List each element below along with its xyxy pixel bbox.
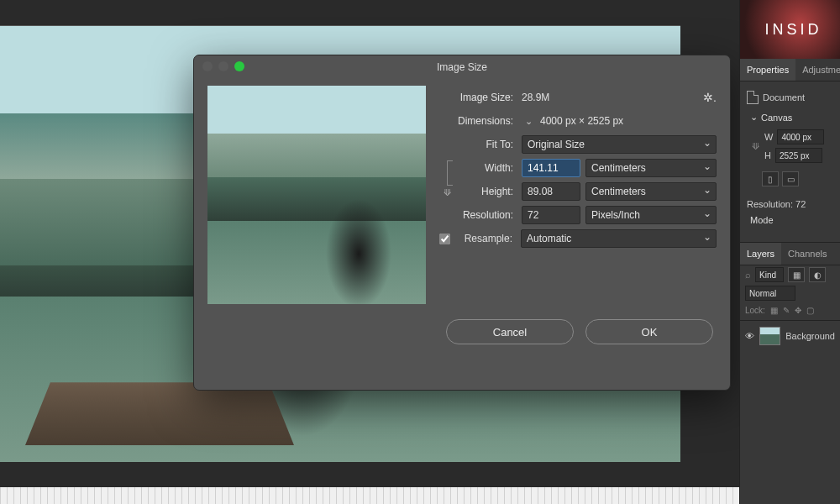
gear-icon[interactable]: ✲. bbox=[703, 91, 717, 104]
height-input[interactable] bbox=[522, 182, 580, 201]
close-icon[interactable] bbox=[202, 61, 213, 71]
photo-dock-region bbox=[25, 382, 294, 445]
filter-adjust-icon[interactable]: ◐ bbox=[809, 267, 826, 282]
document-icon bbox=[747, 91, 759, 104]
lock-brush-icon[interactable]: ✎ bbox=[783, 306, 790, 315]
right-panels: INSID Properties Adjustment Document ⌄ C… bbox=[739, 0, 840, 504]
brand-text: INSID bbox=[764, 21, 822, 39]
resample-label: Resample: bbox=[455, 233, 516, 244]
height-label: Height: bbox=[454, 186, 517, 197]
tab-layers[interactable]: Layers bbox=[740, 243, 781, 265]
resolution-label: Resolution: bbox=[439, 209, 517, 221]
tab-channels[interactable]: Channels bbox=[781, 243, 833, 265]
chevron-down-icon[interactable]: ⌄ bbox=[750, 112, 758, 123]
lock-position-icon[interactable]: ✥ bbox=[795, 306, 801, 315]
fit-to-select[interactable] bbox=[522, 135, 717, 154]
chevron-down-icon[interactable]: ⌄ bbox=[522, 114, 535, 128]
fit-to-label: Fit To: bbox=[439, 139, 517, 150]
dialog-title: Image Size bbox=[437, 61, 487, 73]
bottom-ruler[interactable] bbox=[0, 487, 739, 504]
filter-pixel-icon[interactable]: ▦ bbox=[788, 267, 805, 282]
canvas-height-input[interactable] bbox=[775, 148, 822, 163]
canvas-section-label: Canvas bbox=[761, 113, 792, 123]
minimize-icon[interactable] bbox=[218, 61, 228, 71]
tab-properties[interactable]: Properties bbox=[740, 59, 795, 81]
dimensions-label: Dimensions: bbox=[439, 115, 517, 127]
link-icon[interactable]: ⟱ bbox=[444, 187, 451, 198]
blend-mode-select[interactable] bbox=[745, 286, 795, 301]
link-icon[interactable]: ⟱ bbox=[752, 141, 759, 152]
lock-artboard-icon[interactable]: ▢ bbox=[806, 306, 814, 315]
tab-adjustments[interactable]: Adjustment bbox=[795, 59, 840, 81]
mode-label: Mode bbox=[750, 215, 774, 225]
portrait-orientation-icon[interactable]: ▯ bbox=[762, 171, 779, 186]
tab-paths[interactable]: P bbox=[834, 243, 840, 265]
search-icon[interactable]: ⌕ bbox=[745, 270, 751, 280]
preview-thumbnail[interactable] bbox=[207, 86, 426, 304]
resample-select[interactable] bbox=[521, 229, 717, 248]
layer-name[interactable]: Background bbox=[785, 331, 835, 341]
visibility-eye-icon[interactable]: 👁 bbox=[745, 331, 754, 341]
brand-thumbnail: INSID bbox=[740, 0, 840, 59]
preview-image bbox=[207, 86, 426, 304]
landscape-orientation-icon[interactable]: ▭ bbox=[782, 171, 799, 186]
dimensions-value: 4000 px × 2525 px bbox=[540, 115, 623, 127]
width-label: Width: bbox=[454, 162, 517, 174]
image-size-label: Image Size: bbox=[439, 92, 517, 103]
canvas-w-label: W bbox=[764, 132, 773, 142]
cancel-button[interactable]: Cancel bbox=[446, 319, 574, 344]
image-size-value: 28.9M bbox=[522, 92, 549, 103]
canvas-width-input[interactable] bbox=[777, 129, 824, 144]
width-unit-select[interactable] bbox=[585, 159, 717, 177]
layer-thumbnail[interactable] bbox=[759, 327, 780, 345]
lock-pixels-icon[interactable]: ▦ bbox=[770, 306, 778, 315]
layer-row[interactable]: 👁 Background bbox=[740, 323, 840, 349]
panel-resolution-label: Resolution: 72 bbox=[747, 199, 806, 209]
layer-filter-select[interactable] bbox=[755, 267, 784, 282]
dialog-titlebar[interactable]: Image Size bbox=[194, 55, 730, 79]
resolution-input[interactable] bbox=[522, 206, 580, 224]
resolution-unit-select[interactable] bbox=[585, 206, 717, 224]
height-unit-select[interactable] bbox=[585, 182, 717, 201]
resample-checkbox[interactable] bbox=[439, 234, 450, 244]
zoom-icon[interactable] bbox=[234, 61, 244, 71]
ok-button[interactable]: OK bbox=[585, 319, 713, 344]
image-size-dialog: Image Size ✲. Image Size: 28.9M Dimensio… bbox=[193, 55, 731, 391]
canvas-h-label: H bbox=[764, 150, 771, 160]
width-input[interactable] bbox=[522, 159, 580, 177]
document-label: Document bbox=[763, 92, 805, 102]
lock-label: Lock: bbox=[745, 306, 765, 315]
